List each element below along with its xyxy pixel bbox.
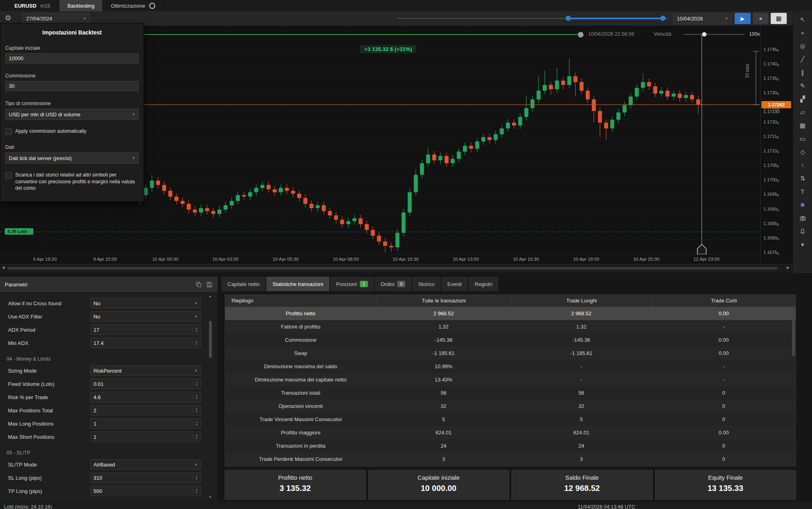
- tab-eventi[interactable]: Eventi: [441, 277, 468, 291]
- param-stepper[interactable]: 0.01 ▲▼: [90, 379, 201, 389]
- table-row[interactable]: Commissione-145.36-145.360.00: [225, 333, 796, 347]
- scroll-up-icon[interactable]: ▲: [209, 294, 212, 298]
- table-row[interactable]: Operazioni vincenti32320: [225, 399, 796, 413]
- stepper-arrows-icon[interactable]: ▲▼: [193, 327, 198, 332]
- end-date-select[interactable]: 10/04/2026▼: [673, 13, 732, 24]
- tab-ottimizzazione[interactable]: Ottimizzazione: [103, 0, 163, 11]
- stepper-arrows-icon[interactable]: ▲▼: [193, 408, 198, 413]
- table-row[interactable]: Trade Perdenti Massimi Consecutivi330: [225, 452, 796, 466]
- start-date-select[interactable]: 27/04/2024▼: [22, 13, 90, 24]
- data-source-select[interactable]: Dati tick dal server (precisi)▼: [5, 152, 139, 164]
- scroll-left-icon[interactable]: ◀: [2, 266, 5, 270]
- table-header-cell: Trade Lunghi: [511, 295, 652, 307]
- table-row[interactable]: Profitto maggiore624.01624.010.00: [225, 426, 796, 439]
- brush-icon[interactable]: ▞: [793, 92, 812, 105]
- param-dropdown[interactable]: RiskPercent ▼: [90, 365, 201, 376]
- target-icon[interactable]: ◎: [793, 39, 812, 53]
- tab-registri[interactable]: Registri: [469, 277, 498, 291]
- tab-ordini[interactable]: Ordini0: [375, 277, 412, 291]
- play-button[interactable]: ▶: [735, 13, 751, 24]
- param-stepper[interactable]: 500 ▲▼: [90, 486, 201, 496]
- stepper-arrows-icon[interactable]: ▲▼: [193, 421, 198, 426]
- table-row[interactable]: Profitto netto2 968.522 968.520.00: [225, 307, 796, 320]
- table-row[interactable]: Perdita maggiore-302.72-302.720.00: [225, 466, 796, 466]
- commission-type-select[interactable]: USD per mln di USD di volume▼: [5, 109, 139, 120]
- scrollbar-thumb[interactable]: [792, 308, 795, 356]
- parameters-list: Allow if no Cross found No ▼ Use ADX Fil…: [0, 292, 206, 501]
- cursor-icon[interactable]: ↖: [793, 13, 812, 26]
- channel-icon[interactable]: ∥: [793, 66, 812, 79]
- slider-handle-right[interactable]: [660, 16, 666, 21]
- color-swatch-icon[interactable]: ■: [793, 198, 812, 211]
- table-row[interactable]: Swap-1 185.61-1 185.610.00: [225, 347, 796, 360]
- eraser-icon[interactable]: ▱: [793, 105, 812, 119]
- table-row[interactable]: Transazioni in perdita24240: [225, 439, 796, 452]
- trendline-icon[interactable]: ╱: [793, 53, 812, 66]
- table-row[interactable]: Diminuzione massima del capitale netto13…: [225, 373, 796, 386]
- velocity-slider[interactable]: [684, 34, 745, 35]
- param-dropdown[interactable]: No ▼: [90, 298, 201, 308]
- summary-card: Equity Finale 13 135.33: [655, 470, 796, 500]
- param-dropdown[interactable]: No ▼: [90, 311, 201, 322]
- alert-bell-icon[interactable]: [793, 225, 812, 238]
- tab-backtesting[interactable]: Backtesting: [59, 0, 103, 11]
- tab-badge: 0: [397, 281, 405, 287]
- save-parameters-icon[interactable]: [207, 282, 213, 288]
- velocity-slider-handle[interactable]: [702, 32, 706, 37]
- scrollbar-thumb[interactable]: [209, 321, 212, 358]
- param-stepper[interactable]: 310 ▲▼: [90, 472, 201, 483]
- stepper-arrows-icon[interactable]: ▲▼: [193, 381, 198, 386]
- text-icon[interactable]: T: [793, 185, 812, 198]
- scroll-right-icon[interactable]: ▶: [787, 266, 790, 270]
- replay-progress-handle[interactable]: [578, 32, 584, 38]
- pencil-icon[interactable]: ✎: [793, 79, 812, 92]
- capital-input[interactable]: [5, 53, 139, 63]
- scrollbar-thumb[interactable]: [7, 267, 777, 270]
- stepper-arrows-icon[interactable]: ▲▼: [193, 434, 198, 439]
- download-history-checkbox[interactable]: [5, 172, 12, 178]
- param-dropdown[interactable]: AtrBased ▼: [90, 459, 201, 470]
- table-scrollbar[interactable]: [792, 307, 795, 466]
- chart-h-scrollbar[interactable]: ◀ ▶: [0, 264, 793, 272]
- parameters-scrollbar[interactable]: ▲ ▼: [208, 294, 213, 499]
- rectangle-icon[interactable]: ▭: [793, 132, 812, 145]
- arrow-up-icon[interactable]: ↑: [793, 158, 812, 172]
- table-row[interactable]: Diminuzione massima del saldo10.99%--: [225, 360, 796, 373]
- tab-statistiche-transazioni[interactable]: Statistiche transazioni: [266, 277, 329, 291]
- copy-parameters-icon[interactable]: [196, 282, 202, 288]
- apply-commission-checkbox[interactable]: [5, 128, 12, 135]
- tab-storico[interactable]: Storico: [412, 277, 440, 291]
- param-stepper[interactable]: 4.6 ▲▼: [90, 392, 201, 402]
- table-row[interactable]: Transazioni totali56560: [225, 386, 796, 399]
- crosshair-icon[interactable]: +: [793, 26, 812, 39]
- shapes-icon[interactable]: ◇: [793, 145, 812, 158]
- param-stepper[interactable]: 17.4 ▲▼: [90, 338, 201, 348]
- scroll-down-icon[interactable]: ▾: [793, 238, 812, 251]
- grid-icon[interactable]: ▦: [793, 119, 812, 132]
- param-stepper[interactable]: 1 ▲▼: [90, 418, 201, 429]
- scroll-down-icon[interactable]: ▼: [209, 495, 212, 499]
- commission-input[interactable]: [5, 81, 139, 91]
- measure-icon[interactable]: ⇅: [793, 172, 812, 185]
- param-stepper[interactable]: 2 ▲▼: [90, 405, 201, 416]
- tab-capitale-netto[interactable]: Capitale netto: [221, 277, 266, 291]
- table-row[interactable]: Fattore di profitto1.321.32-: [225, 320, 796, 333]
- slider-handle-left[interactable]: [566, 16, 571, 21]
- stepper-arrows-icon[interactable]: ▲▼: [193, 475, 198, 480]
- stop-button[interactable]: ■: [753, 13, 768, 24]
- settings-gear-icon[interactable]: ⚙: [5, 14, 11, 22]
- table-cell: 0: [652, 413, 796, 426]
- report-button[interactable]: ▦: [771, 13, 787, 24]
- tab-posizioni[interactable]: Posizioni1: [330, 277, 374, 291]
- stepper-arrows-icon[interactable]: ▲▼: [193, 489, 198, 493]
- symbol-selector[interactable]: EURUSD m15: [0, 0, 59, 11]
- parameters-header: Parametri: [0, 277, 217, 292]
- stepper-arrows-icon[interactable]: ▲▼: [193, 395, 198, 399]
- period-range-slider[interactable]: [397, 11, 674, 26]
- camera-icon[interactable]: [793, 211, 812, 225]
- param-stepper[interactable]: 17 ▲▼: [90, 324, 201, 335]
- stepper-arrows-icon[interactable]: ▲▼: [193, 341, 198, 345]
- price-axis[interactable]: 1.174501.174001.173501.173001.172501.172…: [760, 26, 793, 264]
- param-stepper[interactable]: 1 ▲▼: [90, 432, 201, 442]
- table-row[interactable]: Trade Vincenti Massimi Consecutivi550: [225, 413, 796, 426]
